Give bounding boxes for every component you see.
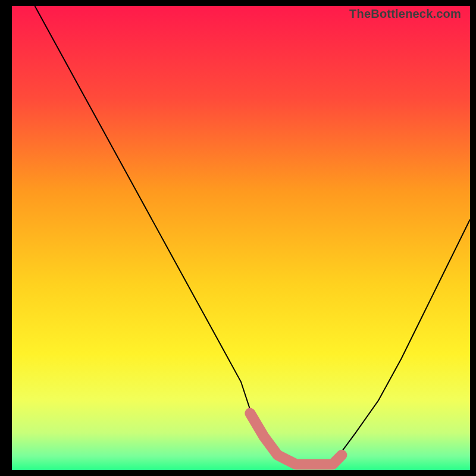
gradient-background xyxy=(12,6,470,470)
bottleneck-chart xyxy=(12,6,470,470)
chart-container: TheBottleneck.com xyxy=(12,6,470,470)
watermark-label: TheBottleneck.com xyxy=(349,7,461,21)
